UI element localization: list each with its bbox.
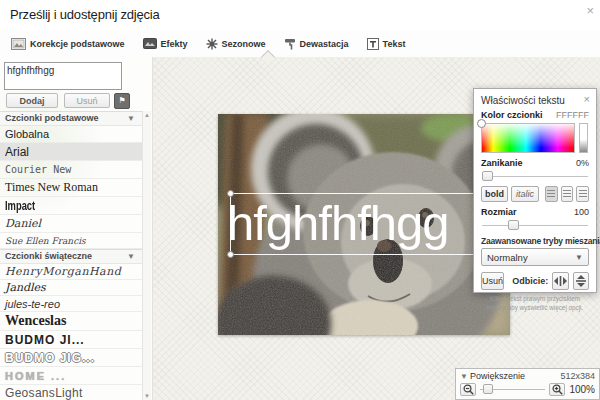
align-center-button[interactable] xyxy=(561,186,574,202)
size-value: 100 xyxy=(574,207,589,217)
size-label: Rozmiar xyxy=(481,207,517,217)
add-text-button[interactable]: Dodaj xyxy=(6,93,58,108)
flip-vertical-button[interactable] xyxy=(573,272,589,290)
font-name: HenryMorganHand xyxy=(5,265,121,278)
font-item-jandles[interactable]: Jandles xyxy=(0,280,143,296)
text-tool-sidebar: hfghfhfhgg Dodaj Usuń ⚑ Czcionki podstaw… xyxy=(0,57,153,400)
font-name: Impact xyxy=(5,199,35,213)
font-item-courier-new[interactable]: Courier New xyxy=(0,161,143,179)
tab-effects[interactable]: Efekty xyxy=(134,30,197,57)
font-name: BUDMO JI... xyxy=(5,333,85,347)
font-item-impact[interactable]: Impact xyxy=(0,197,143,215)
tab-seasonal[interactable]: Sezonowe xyxy=(197,30,275,57)
font-name: Times New Roman xyxy=(5,180,98,195)
font-item-wenceslas[interactable]: Wenceslas xyxy=(0,312,143,331)
close-icon[interactable]: × xyxy=(586,3,594,18)
font-name: Courier New xyxy=(5,164,71,175)
flag-button[interactable]: ⚑ xyxy=(114,93,130,109)
blend-mode-select[interactable]: Normalny ▼ xyxy=(481,248,589,266)
zoom-percentage: 100% xyxy=(569,384,595,395)
tab-label: Efekty xyxy=(161,39,188,49)
tab-label: Sezonowe xyxy=(222,39,266,49)
zoom-out-icon xyxy=(463,384,474,395)
font-item-budmo-ji[interactable]: BUDMO JI... xyxy=(0,331,143,349)
text-T-icon xyxy=(367,38,379,50)
font-color-label: Kolor czcionki xyxy=(481,110,543,120)
fade-value: 0% xyxy=(576,158,589,168)
image-dimensions: 512x384 xyxy=(560,371,595,381)
paint-roller-icon xyxy=(284,38,296,50)
align-center-icon xyxy=(563,190,571,198)
zoom-out-button[interactable] xyxy=(460,383,476,396)
size-slider[interactable] xyxy=(481,219,589,231)
toolbar: Korekcje podstawowe Efekty Sezonowe Dewa… xyxy=(0,30,600,58)
tab-devastation[interactable]: Dewastacja xyxy=(275,30,358,57)
font-section-basic[interactable]: Czcionki podstawowe ▼ xyxy=(0,111,143,126)
color-picker-handle[interactable] xyxy=(477,119,486,128)
text-entry-field[interactable]: hfghfhfhgg xyxy=(4,62,122,90)
delete-text-button[interactable]: Usuń xyxy=(481,272,504,290)
font-item-geosanslight[interactable]: GeosansLight xyxy=(0,385,143,400)
slider-knob[interactable] xyxy=(482,171,493,181)
font-item-budmo-jig[interactable]: BUDMO JIG... xyxy=(0,349,143,367)
hue-saturation-box[interactable] xyxy=(481,123,575,153)
scroll-up-icon[interactable]: ▲ xyxy=(144,112,150,118)
photo-editor-window: Prześlij i udostępnij zdjęcia × Korekcje… xyxy=(0,0,600,400)
zoom-widget: ▼Powiększenie 512x384 100% xyxy=(455,368,600,400)
font-section-holiday[interactable]: Czcionki świąteczne ▼ xyxy=(0,249,143,264)
zoom-slider[interactable] xyxy=(480,384,545,395)
text-selection-box[interactable] xyxy=(230,193,505,255)
selection-handle[interactable] xyxy=(227,251,234,258)
font-name: BUDMO JIG... xyxy=(5,351,95,365)
font-item-henrymorganhand[interactable]: HenryMorganHand xyxy=(0,264,143,280)
font-item-arial-selected[interactable]: Arial xyxy=(0,143,143,161)
chevron-down-icon: ▼ xyxy=(575,253,583,262)
scroll-down-icon[interactable]: ▼ xyxy=(144,393,150,399)
color-hex-value: FFFFFF xyxy=(556,110,589,120)
align-left-button[interactable] xyxy=(545,186,558,202)
header-bar: Prześlij i udostępnij zdjęcia × xyxy=(0,0,600,30)
font-list: Czcionki podstawowe ▼ Globalna Arial Cou… xyxy=(0,111,143,400)
font-item-home[interactable]: HOME ... xyxy=(0,367,143,385)
panel-close-icon[interactable]: × xyxy=(584,93,590,105)
brightness-bar[interactable] xyxy=(579,123,588,153)
zoom-widget-header[interactable]: ▼Powiększenie xyxy=(460,371,525,381)
selection-handle[interactable] xyxy=(227,190,234,197)
chevron-down-icon: ▼ xyxy=(460,372,468,381)
tab-basic-corrections[interactable]: Korekcje podstawowe xyxy=(2,30,134,57)
tab-label: Dewastacja xyxy=(300,39,349,49)
photo-framed-icon xyxy=(11,38,26,50)
zoom-label: Powiększenie xyxy=(470,371,525,381)
section-label: Czcionki podstawowe xyxy=(5,113,99,123)
remove-text-button[interactable]: Usuń xyxy=(64,93,110,108)
font-name: GeosansLight xyxy=(5,386,83,400)
tab-text[interactable]: Tekst xyxy=(358,30,415,57)
fade-label: Zanikanie xyxy=(481,158,523,168)
font-name: Globalna xyxy=(5,128,49,140)
align-right-icon xyxy=(579,190,587,198)
italic-button[interactable]: italic xyxy=(511,186,539,202)
font-item-sue-ellen-francis[interactable]: Sue Ellen Francis xyxy=(0,233,143,249)
blend-modes-label: Zaawansowane tryby mieszania xyxy=(481,236,589,246)
font-item-jules-te-reo[interactable]: jules-te-reo xyxy=(0,296,143,312)
text-properties-panel: Właściwości tekstu × Kolor czcionki FFFF… xyxy=(473,88,597,293)
font-item-times-new-roman[interactable]: Times New Roman xyxy=(0,179,143,197)
font-name: HOME ... xyxy=(5,370,66,382)
section-label: Czcionki świąteczne xyxy=(5,251,92,261)
slider-track xyxy=(482,176,588,177)
font-item-globalna[interactable]: Globalna xyxy=(0,126,143,143)
font-item-daniel[interactable]: Daniel xyxy=(0,215,143,233)
align-right-button[interactable] xyxy=(576,186,589,202)
font-list-scrollbar[interactable]: ▲ ▼ xyxy=(142,111,151,400)
font-name: Jandles xyxy=(5,281,46,294)
slider-knob[interactable] xyxy=(483,384,493,394)
color-picker xyxy=(481,123,589,153)
zoom-in-button[interactable] xyxy=(549,383,565,396)
flip-vertical-icon xyxy=(576,275,586,287)
blend-mode-value: Normalny xyxy=(487,252,528,263)
mirror-label: Odbicie: xyxy=(512,276,548,286)
fade-slider[interactable] xyxy=(481,170,589,182)
flip-horizontal-button[interactable] xyxy=(552,272,568,290)
slider-knob[interactable] xyxy=(508,220,519,230)
bold-button[interactable]: bold xyxy=(481,186,508,202)
